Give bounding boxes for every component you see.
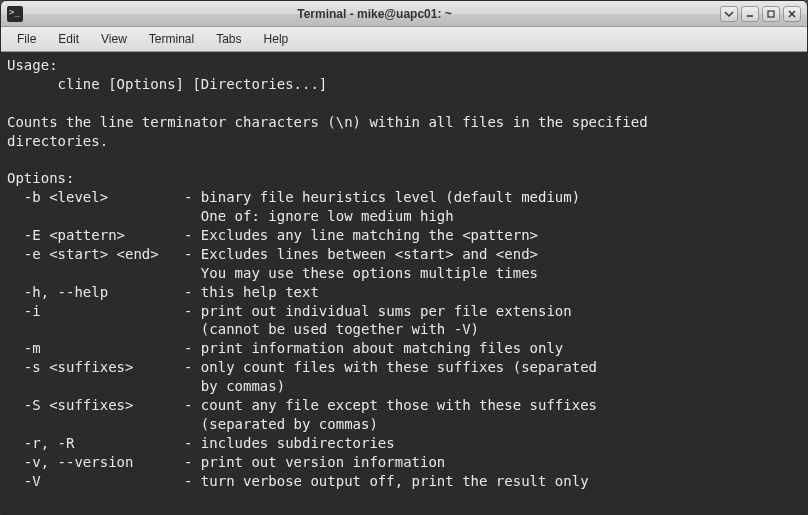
minimize-button[interactable] <box>741 6 759 22</box>
menu-edit[interactable]: Edit <box>48 29 89 49</box>
close-button[interactable] <box>783 6 801 22</box>
menu-tabs[interactable]: Tabs <box>206 29 251 49</box>
menubar: File Edit View Terminal Tabs Help <box>1 27 807 52</box>
minimize-icon <box>745 9 755 19</box>
window-title: Terminal - mike@uapc01: ~ <box>29 7 720 21</box>
terminal-app-icon <box>7 6 23 22</box>
menu-terminal[interactable]: Terminal <box>139 29 204 49</box>
maximize-icon <box>766 9 776 19</box>
menu-help[interactable]: Help <box>254 29 299 49</box>
maximize-button[interactable] <box>762 6 780 22</box>
titlebar: Terminal - mike@uapc01: ~ <box>1 1 807 27</box>
terminal-output[interactable]: Usage: cline [Options] [Directories...] … <box>1 52 807 514</box>
menu-file[interactable]: File <box>7 29 46 49</box>
expand-button[interactable] <box>720 6 738 22</box>
close-icon <box>787 9 797 19</box>
window-controls <box>720 6 801 22</box>
chevron-down-icon <box>724 9 734 19</box>
menu-view[interactable]: View <box>91 29 137 49</box>
svg-rect-1 <box>768 11 774 17</box>
